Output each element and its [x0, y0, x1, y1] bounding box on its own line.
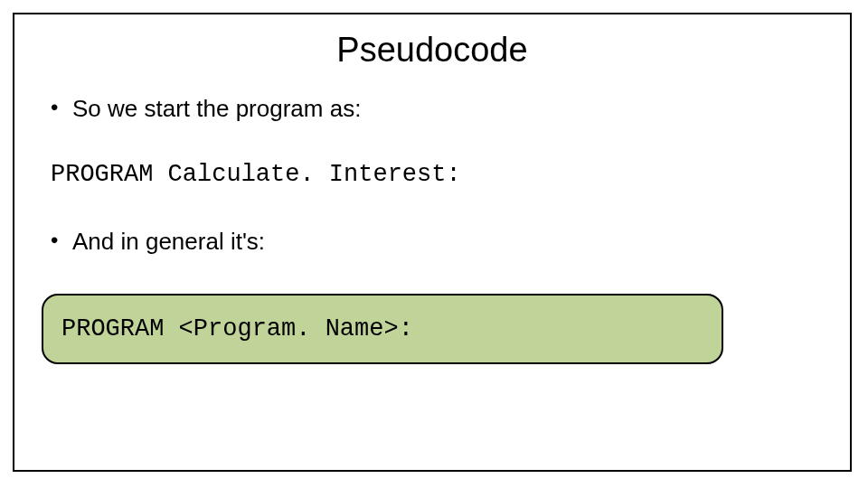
slide-frame: Pseudocode So we start the program as: P…	[13, 13, 852, 472]
code-line: PROGRAM <Program. Name>:	[61, 315, 703, 343]
code-line: PROGRAM Calculate. Interest:	[51, 161, 814, 188]
highlight-box: PROGRAM <Program. Name>:	[42, 294, 723, 364]
slide-content: So we start the program as: PROGRAM Calc…	[14, 95, 850, 364]
slide-title: Pseudocode	[14, 31, 850, 70]
bullet-item: And in general it's:	[51, 228, 814, 256]
bullet-item: So we start the program as:	[51, 95, 814, 123]
